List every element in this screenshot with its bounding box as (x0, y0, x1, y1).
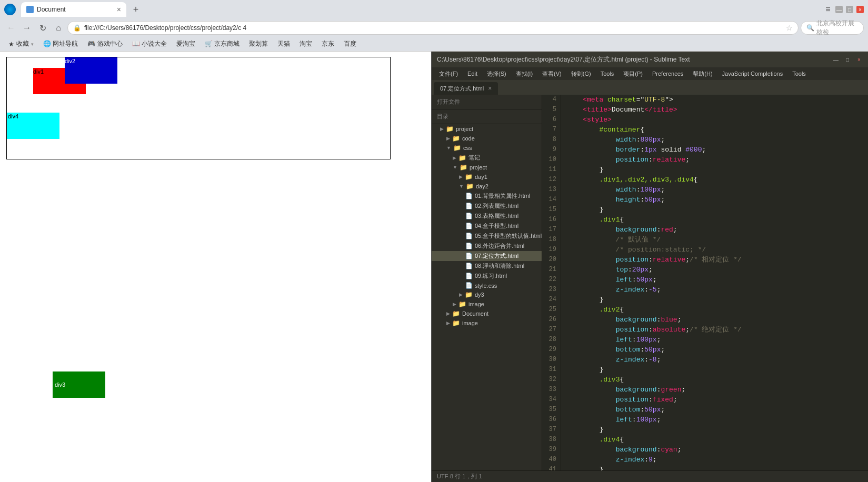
tree-label: dy3 (475, 292, 484, 298)
tree-document[interactable]: ▶ 📁 Document (432, 309, 542, 318)
extra-menu-btn[interactable]: ≡ (823, 4, 833, 15)
menu-edit[interactable]: Edit (463, 68, 482, 79)
tree-file-box[interactable]: 📄 04.盒子模型.html (432, 221, 542, 231)
minimize-btn[interactable]: — (835, 6, 843, 13)
forward-btn[interactable]: → (20, 21, 34, 35)
browser-tab[interactable]: Document × (21, 2, 126, 17)
menu-js-completions[interactable]: JavaScript Completions (718, 68, 787, 79)
menu-help[interactable]: 帮助(H) (689, 68, 716, 79)
folder-icon: 📁 (465, 173, 473, 180)
tree-image-root[interactable]: ▶ 📁 image (432, 318, 542, 328)
tree-label: 05.盒子模型的默认值.html (475, 232, 542, 240)
tree-label: 笔记 (468, 154, 480, 162)
line-num: 41 (546, 465, 556, 470)
bookmark-item-aiaotaobao[interactable]: 爱淘宝 (172, 38, 199, 50)
browser-window: Document × + ≡ — □ × ← → ↻ ⌂ 🔒 file:///C… (0, 0, 868, 482)
line-num: 38 (546, 435, 556, 445)
menu-project[interactable]: 项目(P) (619, 68, 647, 79)
menu-tools[interactable]: Tools (596, 68, 618, 79)
sublime-editor-area: 打开文件 目录 ▶ 📁 project ▶ 📁 code ▼ (432, 95, 868, 470)
tree-file-position[interactable]: 📄 07.定位方式.html (432, 251, 542, 261)
line-num: 6 (546, 115, 556, 125)
expand-arrow: ▶ (446, 136, 450, 141)
sublime-minimize-btn[interactable]: — (832, 56, 840, 63)
expand-arrow: ▼ (459, 184, 464, 189)
bookmark-item-novel[interactable]: 📖 小说大全 (128, 38, 171, 50)
close-btn[interactable]: × (856, 6, 864, 13)
bookmark-item-jd[interactable]: 🛒 京东商城 (201, 38, 244, 50)
tree-file-margin[interactable]: 📄 06.外边距合并.html (432, 241, 542, 251)
file-icon: 📄 (465, 282, 473, 289)
menu-view[interactable]: 查看(V) (538, 68, 566, 79)
bookmarks-bar: ★ 收藏 ▾ 🌐 网址导航 🎮 游戏中心 📖 小说大全 爱淘宝 🛒 京东商城 聚… (0, 37, 868, 52)
code-line: width:800px; (566, 135, 863, 145)
tree-file-float[interactable]: 📄 08.浮动和清除.html (432, 261, 542, 271)
folder-icon: 📁 (466, 183, 474, 190)
tree-css[interactable]: ▼ 📁 css (432, 143, 542, 153)
address-bar[interactable]: 🔒 file:///C:/Users/86176/Desktop/project… (67, 21, 799, 35)
tree-project-inner[interactable]: ▼ 📁 project (432, 163, 542, 172)
tree-file-table[interactable]: 📄 03.表格属性.html (432, 211, 542, 221)
tree-code[interactable]: ▶ 📁 code (432, 134, 542, 143)
line-num: 31 (546, 365, 556, 375)
tree-file-box-default[interactable]: 📄 05.盒子模型的默认值.html (432, 231, 542, 241)
bookmark-item-tmall[interactable]: 天猫 (273, 38, 294, 50)
tree-day2[interactable]: ▼ 📁 day2 (432, 182, 542, 191)
sublime-tab-label: 07.定位方式.html (440, 85, 484, 93)
tab-close-btn[interactable]: × (117, 5, 121, 14)
sublime-maximize-btn[interactable]: □ (844, 56, 851, 63)
new-tab-btn[interactable]: + (128, 2, 143, 17)
line-numbers: 4 5 6 7 8 9 10 11 12 13 14 15 16 17 (542, 95, 561, 470)
code-line: background:blue; (566, 315, 863, 325)
line-num: 20 (546, 255, 556, 265)
line-num: 16 (546, 215, 556, 225)
code-line: height:50px; (566, 195, 863, 205)
back-btn[interactable]: ← (4, 21, 18, 35)
bookmark-item-game[interactable]: 🎮 游戏中心 (83, 38, 126, 50)
home-btn[interactable]: ⌂ (52, 21, 65, 35)
tree-file-css[interactable]: 📄 style.css (432, 281, 542, 290)
sublime-close-btn[interactable]: × (855, 56, 863, 63)
search-bar[interactable]: 🔍 北京高校开展核检 (801, 21, 864, 35)
refresh-btn[interactable]: ↻ (36, 21, 49, 35)
folder-icon: 📁 (460, 164, 467, 171)
tree-file-bg[interactable]: 📄 01.背景相关属性.html (432, 191, 542, 201)
content-area: div1 div2 div4 div3 C:\Users\86176\De (0, 52, 868, 482)
tree-label: project (470, 164, 487, 170)
bookmark-item-collect[interactable]: ★ 收藏 ▾ (4, 38, 38, 50)
bookmark-label: 淘宝 (300, 39, 312, 48)
bookmark-item-nav[interactable]: 🌐 网址导航 (39, 38, 82, 50)
menu-tools2[interactable]: Tools (788, 68, 810, 79)
menu-select[interactable]: 选择(S) (483, 68, 511, 79)
file-icon: 📄 (465, 193, 473, 199)
menu-goto[interactable]: 转到(G) (567, 68, 595, 79)
line-num: 40 (546, 455, 556, 465)
tree-project-root[interactable]: ▶ 📁 project (432, 124, 542, 134)
tree-label: 06.外边距合并.html (475, 242, 524, 250)
tree-notes[interactable]: ▶ 📁 笔记 (432, 153, 542, 163)
tree-dy3[interactable]: ▶ 📁 dy3 (432, 290, 542, 299)
bookmark-item-baidu[interactable]: 百度 (340, 38, 361, 50)
tree-day1[interactable]: ▶ 📁 day1 (432, 172, 542, 182)
menu-preferences[interactable]: Preferences (648, 68, 687, 79)
code-line: .div4{ (566, 435, 863, 445)
menu-find[interactable]: 查找(I) (512, 68, 537, 79)
tree-image-css[interactable]: ▶ 📁 image (432, 299, 542, 309)
bookmark-item-juhuasuan[interactable]: 聚划算 (245, 38, 272, 50)
tree-file-list[interactable]: 📄 02.列表属性.html (432, 201, 542, 211)
file-icon: 📄 (465, 233, 473, 239)
code-editor[interactable]: 4 5 6 7 8 9 10 11 12 13 14 15 16 17 (542, 95, 868, 470)
sidebar-directory[interactable]: 目录 (432, 109, 542, 124)
sublime-tab-close-btn[interactable]: × (488, 85, 492, 92)
sublime-active-tab[interactable]: 07.定位方式.html × (434, 82, 498, 95)
tree-file-exercise[interactable]: 📄 09.练习.html (432, 271, 542, 281)
sidebar-open-files[interactable]: 打开文件 (432, 95, 542, 109)
folder-icon: 📁 (458, 154, 466, 162)
menu-file[interactable]: 文件(F) (435, 68, 462, 79)
maximize-btn[interactable]: □ (846, 6, 853, 13)
code-line: background:cyan; (566, 445, 863, 455)
bookmark-star-icon[interactable]: ☆ (786, 24, 793, 32)
bookmark-item-jdshort[interactable]: 京东 (317, 38, 338, 50)
bookmark-item-taobao[interactable]: 淘宝 (295, 38, 316, 50)
div3-label: div3 (53, 381, 65, 388)
